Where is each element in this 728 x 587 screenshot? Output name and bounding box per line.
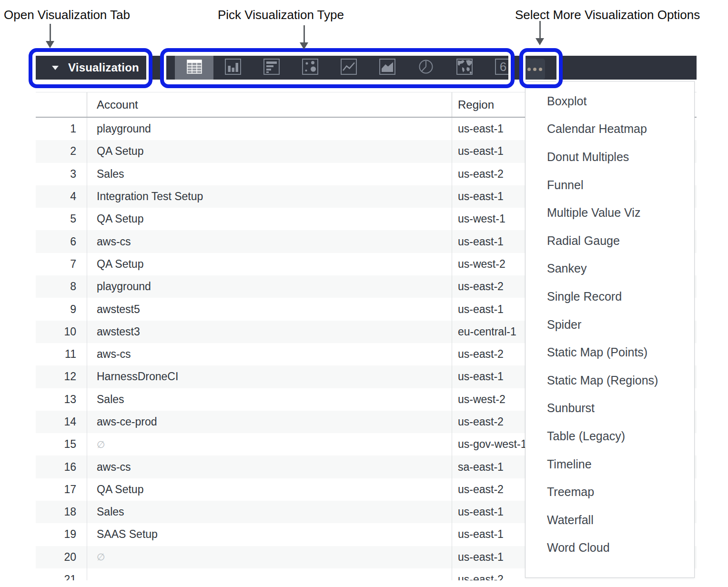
- row-number-cell: 3: [36, 163, 87, 185]
- down-arrow-icon: [300, 25, 308, 50]
- down-arrow-icon: [46, 24, 54, 48]
- account-cell: Sales: [87, 388, 452, 411]
- row-number-cell: 7: [36, 253, 87, 275]
- viz-type-world-map-button[interactable]: [445, 56, 484, 80]
- row-number-cell: 21: [36, 568, 87, 580]
- account-cell: awstest3: [87, 321, 452, 343]
- visualization-tab-label: Visualization: [68, 61, 139, 74]
- row-number-cell: 10: [36, 321, 87, 343]
- account-cell: Sales: [87, 163, 452, 185]
- account-cell: QA Setup: [87, 478, 452, 501]
- svg-text:6: 6: [499, 60, 506, 74]
- row-number-cell: 11: [36, 343, 87, 365]
- account-cell: aws-cs: [87, 230, 452, 253]
- annotation-pick-visualization-type: Pick Visualization Type: [218, 8, 344, 22]
- more-visualization-options-button[interactable]: [524, 59, 545, 80]
- menu-item-funnel[interactable]: Funnel: [526, 171, 694, 199]
- null-value: ∅: [97, 551, 105, 563]
- more-visualizations-menu: BoxplotCalendar HeatmapDonut MultiplesFu…: [525, 81, 695, 578]
- big-number-icon: 6: [494, 58, 512, 78]
- visualization-toolbar: Visualization: [36, 56, 697, 80]
- row-number-cell: 6: [36, 230, 87, 253]
- account-cell: awstest5: [87, 298, 452, 320]
- menu-item-boxplot[interactable]: Boxplot: [526, 87, 694, 115]
- menu-item-sunburst[interactable]: Sunburst: [526, 395, 694, 423]
- account-cell: [87, 568, 452, 580]
- row-number-cell: 4: [36, 185, 87, 208]
- menu-item-timeline[interactable]: Timeline: [526, 450, 694, 478]
- viz-type-table-button[interactable]: [175, 56, 213, 80]
- row-number-cell: 18: [36, 501, 87, 523]
- viz-type-big-number-button[interactable]: 6: [484, 56, 522, 80]
- menu-item-sankey[interactable]: Sankey: [526, 255, 694, 283]
- menu-item-donut-multiples[interactable]: Donut Multiples: [526, 143, 694, 171]
- horizontal-bar-chart-icon: [263, 58, 281, 78]
- menu-item-waterfall[interactable]: Waterfall: [526, 506, 694, 534]
- menu-item-static-map-regions[interactable]: Static Map (Regions): [526, 366, 694, 395]
- row-number-header: [36, 92, 87, 117]
- row-number-cell: 5: [36, 208, 87, 230]
- annotation-open-visualization-tab: Open Visualization Tab: [4, 8, 130, 22]
- viz-type-scatterplot-button[interactable]: [291, 56, 329, 80]
- account-cell: Sales: [87, 501, 452, 523]
- row-number-cell: 13: [36, 388, 87, 411]
- account-cell: SAAS Setup: [87, 523, 452, 546]
- row-number-cell: 16: [36, 455, 87, 478]
- account-cell: QA Setup: [87, 208, 452, 230]
- account-cell: ∅: [87, 546, 452, 568]
- menu-item-word-cloud[interactable]: Word Cloud: [526, 534, 694, 562]
- table-icon: [185, 58, 203, 78]
- account-cell: aws-cs: [87, 455, 452, 478]
- menu-item-radial-gauge[interactable]: Radial Gauge: [526, 227, 694, 255]
- row-number-cell: 12: [36, 365, 87, 388]
- visualization-tab[interactable]: Visualization: [36, 56, 145, 80]
- account-cell: playground: [87, 118, 452, 140]
- visualization-screen: Open Visualization Tab Pick Visualizatio…: [0, 0, 728, 587]
- row-number-cell: 15: [36, 433, 87, 455]
- row-number-cell: 14: [36, 411, 87, 433]
- down-arrow-icon: [536, 21, 544, 45]
- viz-type-area-chart-button[interactable]: [368, 56, 406, 80]
- caret-down-icon: [52, 66, 59, 70]
- scatterplot-icon: [301, 58, 319, 78]
- area-chart-icon: [378, 58, 396, 78]
- row-number-cell: 1: [36, 118, 87, 140]
- ellipsis-icon: [526, 68, 543, 71]
- account-cell: QA Setup: [87, 140, 452, 162]
- column-header-account[interactable]: Account: [87, 92, 452, 117]
- account-cell: aws-ce-prod: [87, 411, 452, 433]
- menu-item-spider[interactable]: Spider: [526, 311, 694, 339]
- menu-item-calendar-heatmap[interactable]: Calendar Heatmap: [526, 115, 694, 143]
- account-cell: ∅: [87, 433, 452, 455]
- world-map-icon: [455, 58, 474, 78]
- viz-type-pie-chart-button[interactable]: [406, 56, 445, 80]
- row-number-cell: 20: [36, 546, 87, 568]
- menu-item-single-record[interactable]: Single Record: [526, 283, 694, 311]
- account-cell: HarnessDroneCI: [87, 365, 452, 388]
- line-chart-icon: [340, 58, 358, 78]
- account-cell: playground: [87, 275, 452, 298]
- annotation-select-more-options: Select More Visualization Options: [515, 8, 700, 22]
- row-number-cell: 9: [36, 298, 87, 320]
- bar-chart-icon: [224, 58, 242, 78]
- viz-type-bar-chart-button[interactable]: [213, 56, 252, 80]
- account-cell: Integration Test Setup: [87, 185, 452, 208]
- viz-type-row: 6: [175, 56, 522, 80]
- menu-item-static-map-points[interactable]: Static Map (Points): [526, 338, 694, 366]
- row-number-cell: 17: [36, 478, 87, 501]
- menu-item-multiple-value-viz[interactable]: Multiple Value Viz: [526, 199, 694, 227]
- row-number-cell: 2: [36, 140, 87, 162]
- menu-item-treemap[interactable]: Treemap: [526, 478, 694, 506]
- viz-type-horizontal-bar-chart-button[interactable]: [252, 56, 291, 80]
- account-cell: QA Setup: [87, 253, 452, 275]
- account-cell: aws-cs: [87, 343, 452, 365]
- row-number-cell: 8: [36, 275, 87, 298]
- row-number-cell: 19: [36, 523, 87, 546]
- pie-chart-icon: [417, 58, 435, 78]
- menu-item-table-legacy[interactable]: Table (Legacy): [526, 422, 694, 450]
- null-value: ∅: [97, 439, 105, 450]
- viz-type-line-chart-button[interactable]: [329, 56, 368, 80]
